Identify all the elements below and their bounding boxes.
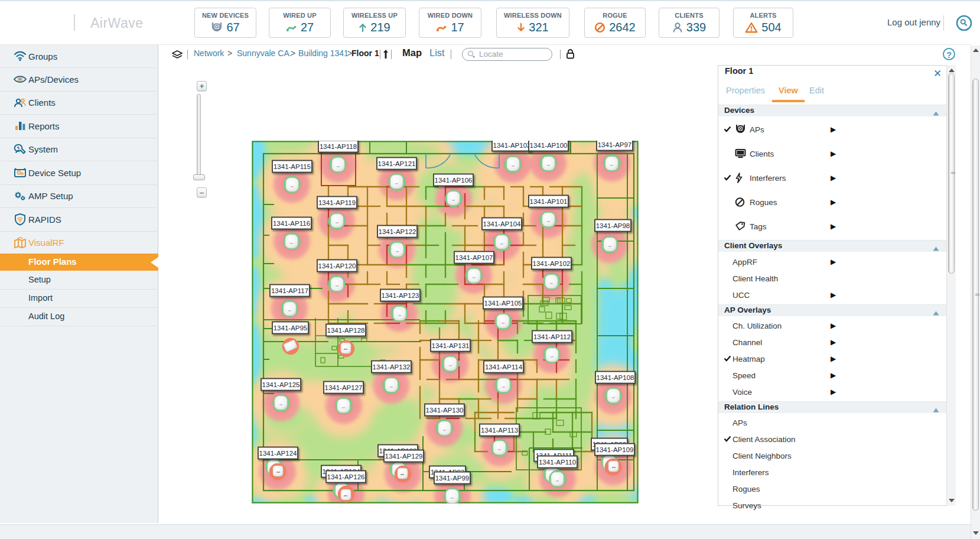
svg-text:1341-AP98: 1341-AP98 — [595, 222, 630, 229]
svg-text:1341-AP121: 1341-AP121 — [377, 160, 415, 167]
svg-text:1341-AP123: 1341-AP123 — [381, 291, 419, 298]
svg-text:1341-AP118: 1341-AP118 — [319, 142, 356, 150]
svg-text:1341-AP112: 1341-AP112 — [533, 333, 570, 340]
svg-text:1341-AP124: 1341-AP124 — [259, 449, 297, 456]
svg-text:1341-AP101: 1341-AP101 — [529, 197, 567, 204]
svg-text:1341-AP110: 1341-AP110 — [538, 458, 575, 465]
svg-text:1341-AP108: 1341-AP108 — [596, 374, 634, 381]
svg-text:1341-AP99: 1341-AP99 — [435, 474, 469, 481]
svg-text:1341-AP97: 1341-AP97 — [597, 141, 631, 148]
svg-text:1341-AP95: 1341-AP95 — [273, 324, 307, 331]
svg-text:1341-AP131: 1341-AP131 — [431, 342, 469, 349]
svg-text:1341-AP106: 1341-AP106 — [434, 176, 472, 183]
svg-text:1341-AP117: 1341-AP117 — [271, 287, 308, 294]
svg-text:1341-AP128: 1341-AP128 — [327, 326, 364, 333]
svg-text:1341-AP115: 1341-AP115 — [273, 163, 310, 170]
svg-text:1341-AP129: 1341-AP129 — [385, 452, 422, 459]
svg-text:1341-AP113: 1341-AP113 — [480, 426, 517, 433]
svg-text:1341-AP126: 1341-AP126 — [327, 473, 364, 480]
svg-text:1341-AP100: 1341-AP100 — [529, 141, 567, 148]
svg-text:1341-AP102: 1341-AP102 — [532, 259, 570, 267]
svg-text:1341-AP119: 1341-AP119 — [318, 199, 355, 206]
svg-text:1341-AP125: 1341-AP125 — [262, 381, 299, 388]
svg-text:1341-AP105: 1341-AP105 — [484, 299, 522, 306]
svg-text:1341-AP114: 1341-AP114 — [484, 363, 522, 370]
svg-text:1341-AP132: 1341-AP132 — [372, 363, 410, 370]
svg-text:1341-AP104: 1341-AP104 — [483, 220, 521, 227]
svg-text:1341-AP116: 1341-AP116 — [272, 219, 310, 226]
svg-text:1341-AP120: 1341-AP120 — [318, 262, 356, 269]
svg-text:1341-AP107: 1341-AP107 — [455, 254, 493, 261]
svg-text:1341-AP130: 1341-AP130 — [425, 406, 463, 413]
svg-text:1341-AP103: 1341-AP103 — [493, 141, 530, 148]
svg-text:1341-AP109: 1341-AP109 — [595, 446, 633, 453]
svg-text:1341-AP127: 1341-AP127 — [324, 384, 362, 391]
svg-text:1341-AP122: 1341-AP122 — [378, 228, 416, 235]
